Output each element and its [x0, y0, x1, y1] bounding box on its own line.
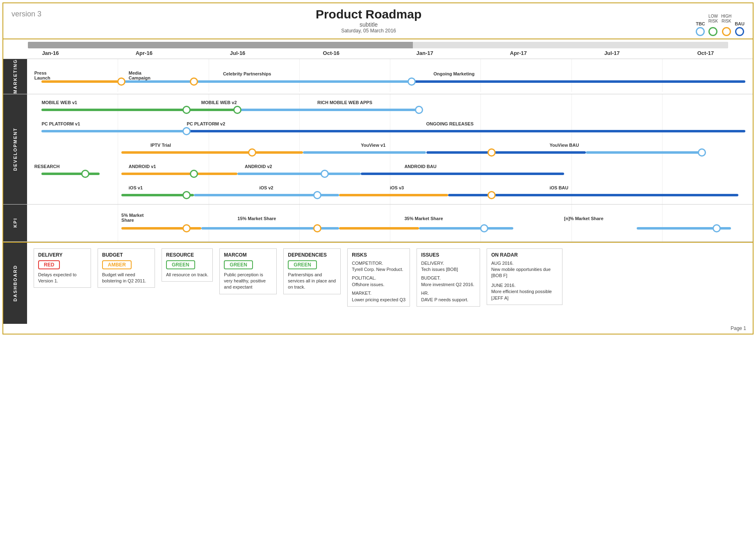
legend-label-top-high: HIGHRISK: [721, 14, 731, 24]
legend-circle-high: [722, 27, 731, 36]
budget-title: BUDGET: [102, 252, 150, 258]
budget-badge: AMBER: [102, 260, 132, 269]
month-jul17: Jul-17: [590, 50, 635, 56]
legend-circle-low: [708, 27, 717, 36]
onradar-item-2: JUNE 2016.More efficient hosting possibl…: [491, 282, 558, 301]
marketing-label-col: MARKETING: [3, 59, 27, 94]
issues-card: ISSUES DELIVERY.Tech issues [BOB] BUDGET…: [417, 248, 480, 307]
legend-text-bau: BAU: [735, 21, 745, 26]
legend-item-tbc: TBC: [696, 9, 705, 36]
version-label: version 3: [11, 7, 41, 18]
header: version 3 Product Roadmap subtitle Satur…: [3, 3, 753, 39]
development-section: DEVELOPMENT: [3, 94, 753, 205]
development-label: DEVELOPMENT: [13, 127, 18, 171]
resource-title: RESOURCE: [166, 252, 208, 258]
dependencies-badge: GREEN: [288, 260, 317, 269]
marketing-content: PressLaunch MediaCampaign Celebrity Part…: [27, 59, 753, 92]
timeline-months: Jan-16 Apr-16 Jul-16 Oct-16 Jan-17 Apr-1…: [28, 48, 728, 59]
marcom-card: MARCOM GREEN Public perception is very h…: [219, 248, 277, 294]
milestone-media: [190, 77, 198, 86]
month-apr17: Apr-17: [496, 50, 541, 56]
kpi-content: 5% MarketShare 15% Market Share 35% Mark…: [27, 205, 753, 241]
marketing-label: MARKETING: [13, 59, 18, 94]
risks-item-2: POLITICAL.Offshore issues.: [352, 275, 405, 288]
milestone-press: [117, 77, 125, 86]
dashboard-label: DASHBOARD: [13, 265, 18, 302]
legend-label-top-low: LOWRISK: [708, 14, 718, 24]
onradar-item-1: AUG 2016.New mobile opportunities due [B…: [491, 260, 558, 279]
label-media-campaign: MediaCampaign: [129, 71, 150, 80]
development-content: MOBILE WEB v1 MOBILE WEB v2 RICH MOBILE …: [27, 94, 753, 204]
risks-card: RISKS COMPETITOR.Tyrell Corp. New Produc…: [347, 248, 410, 307]
label-press-launch: PressLaunch: [34, 71, 50, 80]
legend-item-bau: BAU: [735, 9, 745, 36]
legend-circle-tbc: [696, 27, 705, 36]
track-ongoing: [412, 80, 745, 83]
resource-text: All resource on track.: [166, 272, 208, 278]
dashboard-label-col: DASHBOARD: [3, 243, 27, 324]
resource-badge: GREEN: [166, 260, 195, 269]
kpi-label: KPI: [13, 218, 18, 228]
label-celebrity: Celebrity Partnerships: [223, 71, 271, 76]
timeline-bar-section: Jan-16 Apr-16 Jul-16 Oct-16 Jan-17 Apr-1…: [3, 39, 753, 59]
budget-text: Budget will need bolstering in Q2 2011.: [102, 272, 150, 284]
issues-item-1: DELIVERY.Tech issues [BOB]: [421, 260, 476, 273]
delivery-title: DELIVERY: [38, 252, 87, 258]
delivery-badge: RED: [38, 260, 60, 269]
legend-item-lowrisk: LOWRISK: [708, 14, 718, 36]
marketing-section: MARKETING: [3, 59, 753, 94]
legend: TBC LOWRISK HIGHRISK BAU: [696, 7, 745, 36]
onradar-card: ON RADAR AUG 2016.New mobile opportuniti…: [487, 248, 562, 305]
onradar-title: ON RADAR: [491, 252, 558, 258]
month-jan16: Jan-16: [28, 50, 73, 56]
month-oct17: Oct-17: [683, 50, 728, 56]
page-number: Page 1: [3, 324, 753, 334]
main-title: Product Roadmap: [316, 7, 421, 21]
issues-title: ISSUES: [421, 252, 476, 258]
legend-text-tbc: TBC: [696, 21, 705, 26]
month-jan17: Jan-17: [402, 50, 447, 56]
dashboard-content: DELIVERY RED Delays expected to Version …: [27, 243, 753, 324]
title-block: Product Roadmap subtitle Saturday, 05 Ma…: [316, 7, 421, 34]
dependencies-title: DEPENDENCIES: [288, 252, 336, 258]
track-celebrity: [121, 80, 412, 83]
issues-item-3: HR.DAVE P needs support.: [421, 290, 476, 303]
risks-title: RISKS: [352, 252, 405, 258]
legend-item-highrisk: HIGHRISK: [721, 14, 731, 36]
marcom-badge: GREEN: [224, 260, 253, 269]
legend-circle-bau: [735, 27, 744, 36]
kpi-label-col: KPI: [3, 205, 27, 241]
subtitle: subtitle: [316, 21, 421, 28]
risks-item-1: COMPETITOR.Tyrell Corp. New Product.: [352, 260, 405, 273]
month-oct16: Oct-16: [309, 50, 354, 56]
month-apr16: Apr-16: [121, 50, 166, 56]
date-label: Saturday, 05 March 2016: [316, 28, 421, 34]
dependencies-text: Partnerships and services all in place a…: [288, 272, 336, 291]
marcom-title: MARCOM: [224, 252, 272, 258]
development-label-col: DEVELOPMENT: [3, 94, 27, 204]
budget-card: BUDGET AMBER Budget will need bolstering…: [98, 248, 155, 288]
resource-card: RESOURCE GREEN All resource on track.: [162, 248, 213, 282]
marcom-text: Public perception is very healthy, posit…: [224, 272, 272, 291]
milestone-celebrity: [408, 77, 416, 86]
delivery-text: Delays expected to Version 1.: [38, 272, 87, 284]
month-jul16: Jul-16: [215, 50, 260, 56]
label-ongoing: Ongoing Marketing: [433, 71, 474, 76]
delivery-card: DELIVERY RED Delays expected to Version …: [34, 248, 91, 288]
kpi-section: KPI: [3, 205, 753, 242]
dashboard-section: DASHBOARD DELIVERY RED Delays expected t…: [3, 242, 753, 324]
dependencies-card: DEPENDENCIES GREEN Partnerships and serv…: [283, 248, 341, 294]
issues-item-2: BUDGET.More investment Q2 2016.: [421, 275, 476, 288]
risks-item-3: MARKET.Lower pricing expected Q3: [352, 290, 405, 303]
